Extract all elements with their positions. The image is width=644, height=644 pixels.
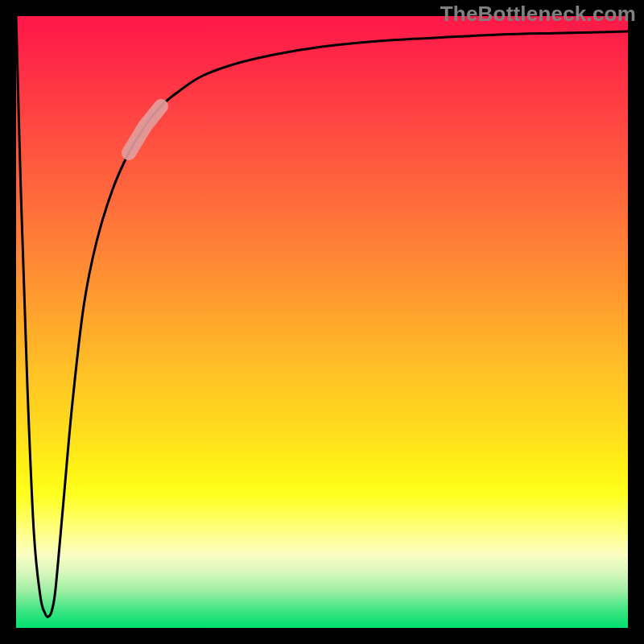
highlight-segment-path <box>129 106 161 153</box>
plot-area <box>16 16 628 628</box>
watermark-text: TheBottleneck.com <box>440 2 636 27</box>
bottleneck-curve-path <box>16 16 628 617</box>
chart-frame: TheBottleneck.com <box>0 0 644 644</box>
curve-svg <box>16 16 628 628</box>
